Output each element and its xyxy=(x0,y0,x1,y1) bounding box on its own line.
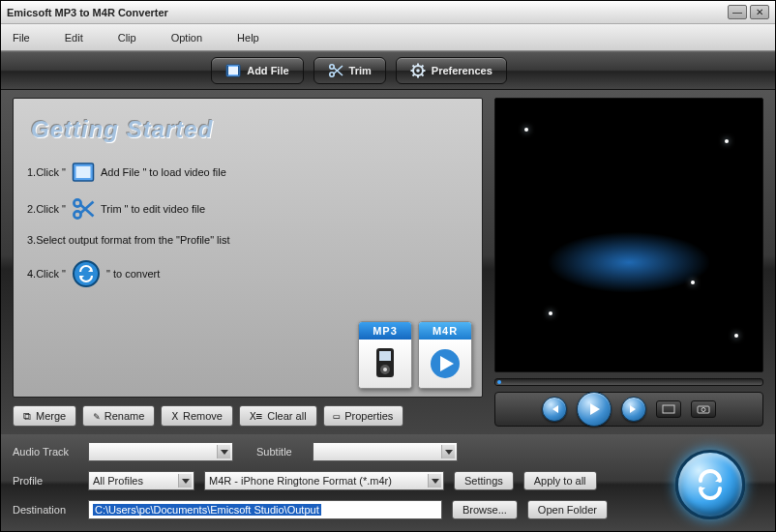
convert-button[interactable] xyxy=(675,450,745,519)
convert-arrows-icon xyxy=(691,465,730,504)
subtitle-label: Subtitle xyxy=(256,446,303,458)
svg-line-15 xyxy=(422,66,424,68)
merge-label: Merge xyxy=(36,410,66,422)
rename-label: Rename xyxy=(104,410,145,422)
step-2: 2.Click " Trim " to edit video file xyxy=(27,197,470,221)
menu-edit[interactable]: Edit xyxy=(65,32,83,44)
profile-format-select[interactable]: M4R - iPhone Ringtone Format (*.m4r) xyxy=(204,471,444,490)
trim-button[interactable]: Trim xyxy=(313,57,386,84)
trim-label: Trim xyxy=(349,65,372,76)
browse-button[interactable]: Browse... xyxy=(452,500,518,519)
preview-area xyxy=(494,98,763,372)
properties-label: Properties xyxy=(344,410,393,422)
mp3-badge-label: MP3 xyxy=(359,322,411,340)
getting-started-title: Getting Started xyxy=(31,116,470,143)
subtitle-select[interactable] xyxy=(313,442,458,461)
gear-icon xyxy=(410,63,426,78)
getting-started-panel: Getting Started 1.Click " Add File " to … xyxy=(13,98,483,398)
m4r-badge-label: M4R xyxy=(419,322,471,340)
svg-point-7 xyxy=(416,69,420,73)
step-1: 1.Click " Add File " to load video file xyxy=(27,161,470,184)
profile-category-value: All Profiles xyxy=(93,475,143,487)
chevron-down-icon xyxy=(217,445,230,458)
svg-line-12 xyxy=(412,66,414,68)
left-panel: Getting Started 1.Click " Add File " to … xyxy=(13,98,483,427)
next-button[interactable] xyxy=(621,397,646,422)
progress-slider[interactable] xyxy=(494,378,763,386)
profile-category-select[interactable]: All Profiles xyxy=(88,471,194,490)
chevron-down-icon xyxy=(441,445,455,458)
step4-text-b: " to convert xyxy=(106,268,160,280)
step2-text-b: Trim " to edit video file xyxy=(101,203,205,215)
step2-text-a: 2.Click " xyxy=(27,203,66,215)
apply-to-all-button[interactable]: Apply to all xyxy=(523,471,597,490)
title-bar: Emicsoft MP3 to M4R Converter — ✕ xyxy=(1,1,775,24)
svg-rect-3 xyxy=(238,66,240,75)
svg-point-24 xyxy=(383,368,387,371)
step4-text-a: 4.Click " xyxy=(27,268,66,280)
svg-point-28 xyxy=(701,408,705,412)
menu-file[interactable]: File xyxy=(13,32,30,44)
convert-icon xyxy=(72,259,101,288)
add-file-label: Add File xyxy=(247,65,288,76)
clear-all-button[interactable]: X≡Clear all xyxy=(239,405,317,427)
destination-value: C:\Users\pc\Documents\Emicsoft Studio\Ou… xyxy=(93,504,321,516)
mp3-badge: MP3 xyxy=(358,321,412,389)
prev-button[interactable] xyxy=(542,397,567,422)
settings-btn-label: Settings xyxy=(464,475,503,487)
scissors-icon xyxy=(72,197,95,221)
close-button[interactable]: ✕ xyxy=(750,5,769,19)
menu-help[interactable]: Help xyxy=(237,32,259,44)
rename-button[interactable]: ✎Rename xyxy=(82,405,155,427)
chevron-down-icon xyxy=(428,474,441,488)
svg-rect-17 xyxy=(75,166,90,178)
svg-rect-22 xyxy=(379,351,391,361)
row-destination: Destination C:\Users\pc\Documents\Emicso… xyxy=(13,500,638,519)
window-title: Emicsoft MP3 to M4R Converter xyxy=(7,7,725,18)
destination-input[interactable]: C:\Users\pc\Documents\Emicsoft Studio\Ou… xyxy=(88,500,442,519)
destination-label: Destination xyxy=(13,504,78,516)
menu-option[interactable]: Option xyxy=(171,32,202,44)
m4r-badge: M4R xyxy=(418,321,472,389)
film-icon xyxy=(225,63,241,78)
merge-icon: ⧉ xyxy=(23,410,31,423)
svg-rect-1 xyxy=(228,67,238,74)
file-action-bar: ⧉Merge ✎Rename XRemove X≡Clear all ▭Prop… xyxy=(13,405,483,427)
merge-button[interactable]: ⧉Merge xyxy=(13,405,76,427)
row-audio-subtitle: Audio Track Subtitle xyxy=(13,442,638,461)
svg-line-13 xyxy=(422,74,424,76)
audio-track-select[interactable] xyxy=(88,442,233,461)
main-area: Getting Started 1.Click " Add File " to … xyxy=(1,90,775,434)
step1-text-a: 1.Click " xyxy=(27,166,66,178)
audio-track-label: Audio Track xyxy=(13,446,78,458)
film-icon xyxy=(72,161,95,184)
app-window: Emicsoft MP3 to M4R Converter — ✕ File E… xyxy=(0,0,776,532)
bottom-zone: Audio Track Subtitle Profile All Profile… xyxy=(1,434,775,531)
step-4: 4.Click " " to convert xyxy=(27,259,470,288)
add-file-button[interactable]: Add File xyxy=(211,57,303,84)
convert-area xyxy=(657,442,763,519)
svg-rect-2 xyxy=(227,66,229,75)
profile-label: Profile xyxy=(13,475,78,487)
chevron-down-icon xyxy=(178,474,192,488)
browse-label: Browse... xyxy=(463,504,507,516)
clear-all-label: Clear all xyxy=(267,410,306,422)
menu-clip[interactable]: Clip xyxy=(118,32,136,44)
remove-button[interactable]: XRemove xyxy=(161,405,233,427)
settings-form: Audio Track Subtitle Profile All Profile… xyxy=(13,442,638,519)
open-folder-label: Open Folder xyxy=(538,504,597,516)
menu-bar: File Edit Clip Option Help xyxy=(1,24,775,51)
preferences-button[interactable]: Preferences xyxy=(396,57,507,84)
properties-icon: ▭ xyxy=(334,410,341,423)
open-folder-button[interactable]: Open Folder xyxy=(527,500,608,519)
remove-icon: X xyxy=(171,410,178,423)
preferences-label: Preferences xyxy=(432,65,492,76)
step-3: 3.Select output format from the "Profile… xyxy=(27,234,470,246)
minimize-button[interactable]: — xyxy=(728,5,747,19)
play-button[interactable] xyxy=(577,392,612,427)
fullscreen-button[interactable] xyxy=(656,400,681,418)
properties-button[interactable]: ▭Properties xyxy=(323,405,404,427)
snapshot-button[interactable] xyxy=(691,400,716,418)
settings-button[interactable]: Settings xyxy=(454,471,514,490)
svg-point-20 xyxy=(74,261,99,286)
